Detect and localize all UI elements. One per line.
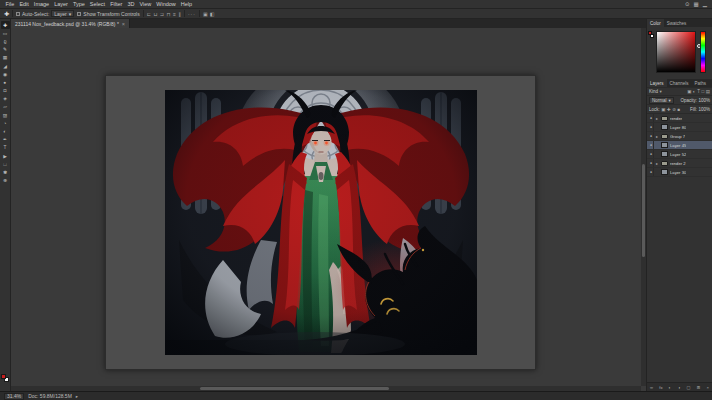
align-center-horizontal-icon[interactable]: ⊔ bbox=[153, 11, 157, 17]
eraser-tool[interactable]: ▱ bbox=[1, 103, 10, 111]
group-expand-arrow-icon[interactable]: ▸ bbox=[656, 134, 659, 139]
artwork-layer[interactable] bbox=[165, 90, 477, 355]
hand-tool[interactable]: ✽ bbox=[1, 168, 10, 176]
panel-tab[interactable]: Swatches bbox=[664, 19, 690, 27]
document-tab[interactable]: 231114 Nox_feedback.psd @ 31.4% (RGB/8) … bbox=[11, 19, 130, 28]
quick-selection-tool[interactable]: ✎ bbox=[1, 46, 10, 54]
more-options-button[interactable]: ··· bbox=[188, 11, 196, 17]
minimize-icon[interactable]: ▁ bbox=[701, 1, 709, 7]
layer-thumbnail[interactable] bbox=[661, 124, 668, 130]
healing-brush-tool[interactable]: ◉ bbox=[1, 70, 10, 78]
layer-thumbnail[interactable] bbox=[661, 169, 668, 175]
menu-item[interactable]: Image bbox=[31, 1, 51, 7]
panel-tab[interactable]: Color bbox=[647, 19, 664, 27]
foreground-color-swatch[interactable] bbox=[1, 374, 6, 379]
layer-name[interactable]: render 2 bbox=[670, 161, 686, 166]
crop-tool[interactable]: ▦ bbox=[1, 54, 10, 62]
new-layer-icon[interactable]: ⊞ bbox=[697, 385, 701, 390]
filter-pixel-layers-icon[interactable]: ▣ bbox=[687, 89, 691, 94]
document-canvas[interactable] bbox=[105, 75, 536, 370]
3d-mode-icon[interactable]: ▣ bbox=[203, 11, 208, 17]
distribute-vertical-icon[interactable]: ≡ bbox=[173, 11, 176, 17]
panel-tab[interactable]: Paths bbox=[692, 79, 710, 87]
filter-smart-objects-icon[interactable]: ▤ bbox=[706, 89, 710, 94]
panel-tab[interactable]: Layers bbox=[647, 79, 667, 87]
horizontal-scrollbar-thumb[interactable] bbox=[200, 387, 389, 390]
panel-background-swatch[interactable] bbox=[650, 34, 654, 38]
close-tab-icon[interactable]: × bbox=[122, 21, 125, 27]
saturation-brightness-field[interactable] bbox=[656, 31, 696, 73]
layer-thumbnail[interactable] bbox=[661, 142, 668, 148]
layer-row[interactable]: ● ▸ render 2 bbox=[647, 159, 712, 168]
layer-name[interactable]: Layer 30 bbox=[670, 170, 686, 175]
delete-layer-icon[interactable]: × bbox=[707, 385, 709, 390]
menu-item[interactable]: Window bbox=[154, 1, 179, 7]
menu-item[interactable]: Layer bbox=[52, 1, 71, 7]
menu-item[interactable]: 3D bbox=[125, 1, 137, 7]
layer-mask-icon[interactable]: ◐ bbox=[669, 385, 672, 390]
adjustment-layer-icon[interactable]: ◑ bbox=[678, 385, 681, 390]
panel-tab[interactable]: Channels bbox=[667, 79, 692, 87]
menu-item[interactable]: File bbox=[3, 1, 17, 7]
layer-visibility-eye-icon[interactable]: ● bbox=[649, 168, 654, 176]
history-brush-tool[interactable]: ◈ bbox=[1, 95, 10, 103]
layer-thumbnail[interactable] bbox=[661, 151, 668, 157]
path-selection-tool[interactable]: ▶ bbox=[1, 152, 10, 160]
chevron-down-icon[interactable]: ▾ bbox=[660, 89, 662, 94]
new-group-icon[interactable]: ▢ bbox=[686, 385, 690, 390]
group-expand-arrow-icon[interactable]: ▸ bbox=[656, 116, 659, 121]
arrange-icon[interactable]: ◧ bbox=[210, 11, 215, 17]
status-caret-icon[interactable]: ▸ bbox=[76, 394, 78, 399]
menu-item[interactable]: Type bbox=[70, 1, 87, 7]
marquee-tool[interactable]: ▭ bbox=[1, 29, 10, 37]
brush-tool[interactable]: ● bbox=[1, 78, 10, 86]
auto-select-checkbox[interactable] bbox=[16, 12, 20, 16]
filter-adjustment-layers-icon[interactable]: ◐ bbox=[693, 89, 696, 94]
blur-tool[interactable]: ◔ bbox=[1, 119, 10, 127]
layer-style-icon[interactable]: fx bbox=[659, 385, 662, 390]
lock-position-icon[interactable]: ⊘ bbox=[672, 107, 676, 112]
layer-thumbnail[interactable] bbox=[661, 161, 668, 166]
menu-item[interactable]: Help bbox=[178, 1, 194, 7]
layer-name[interactable]: Layer 52 bbox=[670, 152, 686, 157]
layer-name[interactable]: Layer 80 bbox=[670, 125, 686, 130]
hue-slider[interactable] bbox=[700, 31, 706, 73]
move-tool[interactable]: ✚ bbox=[1, 21, 10, 29]
search-icon[interactable]: ⊙ bbox=[683, 1, 692, 7]
align-top-icon[interactable]: ⊓ bbox=[167, 11, 171, 17]
gradient-tool[interactable]: ▨ bbox=[1, 111, 10, 119]
fill-value[interactable]: 100% bbox=[698, 107, 710, 112]
active-tool-icon[interactable]: ✚ bbox=[4, 10, 9, 17]
shape-tool[interactable]: □ bbox=[1, 160, 10, 168]
blend-mode-dropdown[interactable]: Normal ▾ bbox=[649, 97, 674, 104]
menu-item[interactable]: Edit bbox=[17, 1, 31, 7]
lasso-tool[interactable]: ϱ bbox=[1, 37, 10, 45]
filter-shape-layers-icon[interactable]: □ bbox=[702, 89, 705, 94]
layer-thumbnail[interactable] bbox=[661, 116, 668, 121]
type-tool[interactable]: T bbox=[1, 144, 10, 152]
layer-visibility-eye-icon[interactable]: ● bbox=[649, 141, 654, 149]
menu-item[interactable]: Filter bbox=[108, 1, 125, 7]
layer-row[interactable]: ● ▸ Layer 80 bbox=[647, 123, 712, 132]
layer-row[interactable]: ● ▸ Layer 52 bbox=[647, 150, 712, 159]
show-transform-checkbox[interactable] bbox=[77, 12, 81, 16]
distribute-horizontal-icon[interactable]: ∥ bbox=[178, 11, 181, 17]
group-expand-arrow-icon[interactable]: ▸ bbox=[656, 161, 659, 166]
menu-item[interactable]: Select bbox=[87, 1, 107, 7]
layer-row[interactable]: ● ▸ Layer 45 bbox=[647, 141, 712, 150]
pen-tool[interactable]: ✒ bbox=[1, 136, 10, 144]
clone-stamp-tool[interactable]: ◘ bbox=[1, 87, 10, 95]
lock-all-icon[interactable]: ■ bbox=[678, 107, 681, 112]
layer-row[interactable]: ● ▸ Layer 30 bbox=[647, 168, 712, 177]
align-left-icon[interactable]: ⊏ bbox=[147, 11, 151, 17]
align-right-icon[interactable]: ⊐ bbox=[160, 11, 164, 17]
workspace-switcher-icon[interactable]: ▦ bbox=[692, 1, 701, 7]
filter-type-layers-icon[interactable]: T bbox=[697, 89, 700, 94]
layer-name[interactable]: Group 7 bbox=[670, 134, 685, 139]
dodge-tool[interactable]: ◐ bbox=[1, 127, 10, 135]
lock-pixels-icon[interactable]: ✚ bbox=[667, 107, 671, 112]
link-layers-icon[interactable]: ∞ bbox=[650, 385, 653, 390]
layer-visibility-eye-icon[interactable]: ● bbox=[649, 159, 654, 167]
lock-transparency-icon[interactable]: ▣ bbox=[661, 107, 665, 112]
zoom-tool[interactable]: ⊕ bbox=[1, 177, 10, 185]
